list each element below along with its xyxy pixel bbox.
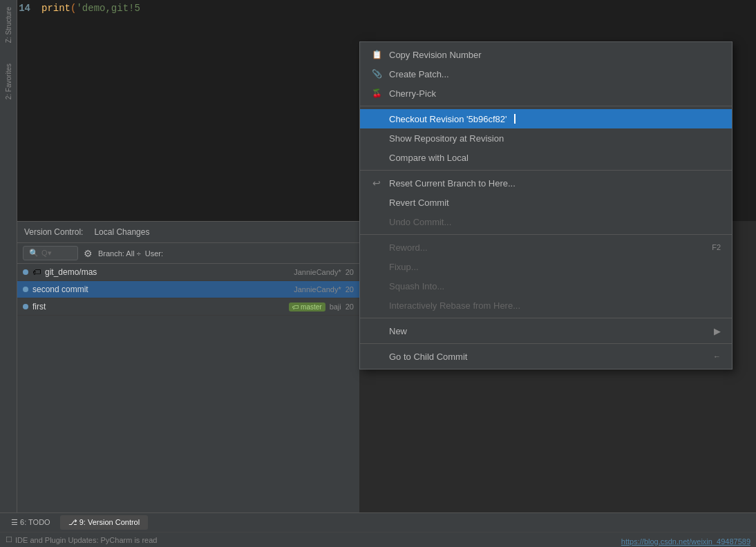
menu-item-cherry-pick[interactable]: 🍒 Cherry-Pick xyxy=(360,84,732,103)
menu-item-checkout-revision[interactable]: Checkout Revision '5b96cf82' xyxy=(360,109,732,128)
menu-item-show-repository[interactable]: Show Repository at Revision xyxy=(360,128,732,148)
vc-panel: Version Control: Local Changes 🔍 Q▾ ⚙ Br… xyxy=(17,221,359,519)
branch-tag: 🏷 master xyxy=(289,303,325,311)
status-checkbox-icon: ☐ xyxy=(6,535,12,544)
separator-2 xyxy=(360,170,732,171)
separator-3 xyxy=(360,234,732,235)
reset-branch-icon: ↩ xyxy=(371,177,382,189)
code-function: print xyxy=(41,3,70,14)
new-icon xyxy=(371,325,382,336)
checkout-revision-icon xyxy=(371,113,382,124)
cherry-pick-icon: 🍒 xyxy=(371,88,382,99)
menu-item-create-patch[interactable]: 📎 Create Patch... xyxy=(360,64,732,84)
vc-header: Version Control: Local Changes xyxy=(17,222,359,243)
branch-tag-label: master xyxy=(301,303,322,311)
reword-shortcut: F2 xyxy=(712,243,721,251)
sidebar-tab-favorites[interactable]: 2: Favorites xyxy=(5,64,12,99)
new-label: New xyxy=(389,326,407,336)
menu-item-interactive-rebase: Interactively Rebase from Here... xyxy=(360,296,732,315)
commit-dot-2 xyxy=(23,287,28,292)
commit-date-1: 20 xyxy=(346,268,354,276)
editor-line: 14 print('demo,git!5 xyxy=(0,0,756,17)
commit-msg-2: second commit xyxy=(32,285,290,294)
tag-icon-1: 🏷 xyxy=(32,267,41,277)
interactive-rebase-icon xyxy=(371,300,382,311)
commit-row-3[interactable]: first 🏷 master baji 20 xyxy=(17,298,359,316)
compare-local-label: Compare with Local xyxy=(389,153,469,163)
fixup-icon xyxy=(371,261,382,272)
code-text: print('demo,git!5 xyxy=(41,3,140,14)
submenu-arrow-icon: ▶ xyxy=(714,326,721,336)
tab-version-control[interactable]: ⎇ 9: Version Control xyxy=(60,515,149,530)
branch-tag-icon: 🏷 xyxy=(292,303,299,311)
code-string: 'demo,git!5 xyxy=(76,3,140,14)
commit-msg-3: first xyxy=(32,302,285,311)
commit-date-2: 20 xyxy=(346,285,354,294)
copy-revision-label: Copy Revision Number xyxy=(389,50,482,60)
user-filter[interactable]: User: xyxy=(145,249,163,258)
menu-item-squash: Squash Into... xyxy=(360,276,732,296)
commit-dot-3 xyxy=(23,304,28,309)
cursor-indicator xyxy=(514,114,516,124)
menu-item-compare-local[interactable]: Compare with Local xyxy=(360,148,732,167)
search-icon: 🔍 xyxy=(29,249,39,258)
show-repository-icon xyxy=(371,133,382,144)
go-to-child-shortcut: ← xyxy=(713,352,721,361)
bottom-tabs-bar: ☰ 6: TODO ⎇ 9: Version Control xyxy=(0,512,756,532)
squash-label: Squash Into... xyxy=(389,281,444,291)
menu-item-go-to-child[interactable]: Go to Child Commit ← xyxy=(360,347,732,366)
commit-row[interactable]: 🏷 git_demo/mas JannieCandy* 20 xyxy=(17,264,359,281)
status-text: IDE and Plugin Updates: PyCharm is read xyxy=(15,536,157,544)
squash-icon xyxy=(371,280,382,291)
separator-1 xyxy=(360,106,732,106)
menu-item-fixup: Fixup... xyxy=(360,257,732,276)
menu-item-reset-branch[interactable]: ↩ Reset Current Branch to Here... xyxy=(360,173,732,193)
menu-item-undo-commit: Undo Commit... xyxy=(360,212,732,231)
commit-date-3: 20 xyxy=(346,303,354,311)
reword-icon xyxy=(371,242,382,253)
cherry-pick-label: Cherry-Pick xyxy=(389,88,436,99)
menu-item-new[interactable]: New ▶ xyxy=(360,321,732,340)
compare-local-icon xyxy=(371,152,382,163)
commit-row-selected[interactable]: second commit JannieCandy* 20 xyxy=(17,281,359,298)
vc-title: Version Control: xyxy=(24,227,83,237)
left-sidebar: Z: Structure 2: Favorites ★ xyxy=(0,0,17,547)
commit-dot xyxy=(23,269,28,275)
show-repository-label: Show Repository at Revision xyxy=(389,133,504,144)
branch-filter[interactable]: Branch: All ÷ xyxy=(98,249,141,258)
separator-4 xyxy=(360,318,732,318)
menu-item-reword: Reword... F2 xyxy=(360,238,732,257)
search-text: Q▾ xyxy=(41,249,52,258)
context-menu: 📋 Copy Revision Number 📎 Create Patch...… xyxy=(359,41,733,370)
commit-list: 🏷 git_demo/mas JannieCandy* 20 second co… xyxy=(17,264,359,316)
tab-todo[interactable]: ☰ 6: TODO xyxy=(3,515,59,530)
separator-5 xyxy=(360,343,732,344)
revert-commit-label: Revert Commit xyxy=(389,198,449,208)
commit-author-2: JannieCandy* xyxy=(294,285,341,294)
create-patch-label: Create Patch... xyxy=(389,69,449,79)
create-patch-icon: 📎 xyxy=(371,68,382,79)
status-bar: ☐ IDE and Plugin Updates: PyCharm is rea… xyxy=(0,532,756,547)
reword-label: Reword... xyxy=(389,242,428,253)
search-box[interactable]: 🔍 Q▾ xyxy=(23,246,78,260)
vc-toolbar: 🔍 Q▾ ⚙ Branch: All ÷ User: xyxy=(17,243,359,264)
checkout-revision-label: Checkout Revision '5b96cf82' xyxy=(389,114,507,124)
go-to-child-icon xyxy=(371,351,382,362)
sidebar-tab-structure[interactable]: Z: Structure xyxy=(5,7,12,43)
url-bar[interactable]: https://blog.csdn.net/weixin_49487589 xyxy=(616,536,756,547)
menu-item-copy-revision[interactable]: 📋 Copy Revision Number xyxy=(360,45,732,64)
vc-tab-local-changes[interactable]: Local Changes xyxy=(88,226,155,238)
go-to-child-label: Go to Child Commit xyxy=(389,352,467,362)
settings-button[interactable]: ⚙ xyxy=(82,247,94,260)
commit-author-3: baji xyxy=(330,303,341,311)
undo-commit-icon xyxy=(371,216,382,227)
fixup-label: Fixup... xyxy=(389,262,419,272)
revert-commit-icon xyxy=(371,197,382,208)
copy-revision-icon: 📋 xyxy=(371,49,382,60)
menu-item-revert-commit[interactable]: Revert Commit xyxy=(360,193,732,212)
commit-msg-1: git_demo/mas xyxy=(45,267,290,277)
undo-commit-label: Undo Commit... xyxy=(389,217,451,227)
reset-branch-label: Reset Current Branch to Here... xyxy=(389,178,516,189)
interactive-rebase-label: Interactively Rebase from Here... xyxy=(389,300,520,311)
commit-author-1: JannieCandy* xyxy=(294,268,341,276)
